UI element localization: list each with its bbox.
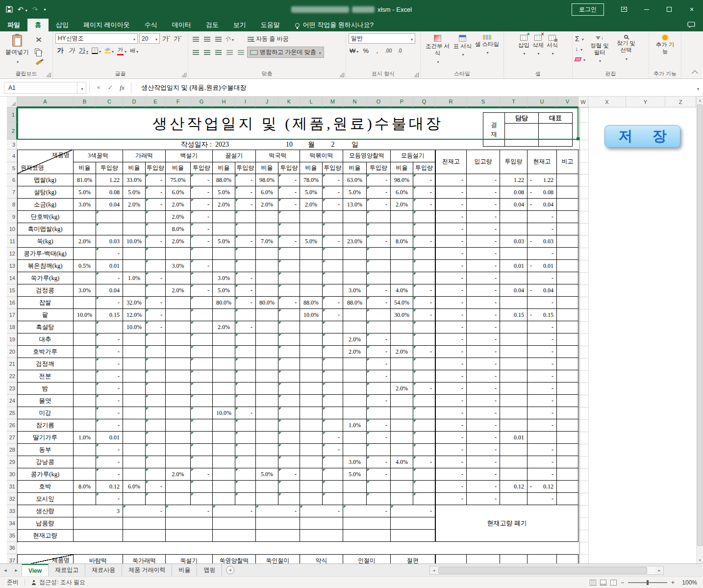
- cell-ratio[interactable]: [74, 468, 96, 481]
- cell-ratio[interactable]: 6.0%: [123, 481, 146, 493]
- column-header-E[interactable]: E: [146, 97, 166, 107]
- cell-ratio[interactable]: 2.0%: [166, 235, 191, 248]
- row-header-18[interactable]: 18: [7, 321, 17, 333]
- cell-ratio[interactable]: [74, 297, 96, 309]
- row-header-2[interactable]: 2: [7, 122, 17, 140]
- cell-amount[interactable]: [278, 456, 300, 468]
- cell-amount[interactable]: [235, 419, 256, 432]
- cell-amount[interactable]: [235, 468, 256, 481]
- cell-amount[interactable]: [413, 248, 435, 260]
- row-header-16[interactable]: 16: [7, 297, 17, 309]
- cell-ratio[interactable]: [391, 358, 413, 370]
- borders-button[interactable]: [91, 46, 102, 55]
- cell-total-value[interactable]: [166, 517, 213, 530]
- sheet-tab-비율[interactable]: 비율: [172, 564, 197, 576]
- cell-ratio[interactable]: [343, 383, 367, 395]
- cell-input-total[interactable]: [500, 493, 527, 505]
- delete-cells-button[interactable]: 삭제: [532, 33, 544, 70]
- approval-sign-cell[interactable]: [539, 124, 572, 146]
- cell-ratio[interactable]: [300, 284, 323, 297]
- cell-ratio[interactable]: [166, 493, 191, 505]
- cell-product-모듬영양찰떡[interactable]: 모듬영양찰떡: [343, 150, 391, 162]
- cell-current-stock[interactable]: -: [527, 383, 557, 395]
- cell-amount[interactable]: [191, 272, 213, 284]
- ribbon-tab-보기[interactable]: 보기: [226, 19, 253, 31]
- align-left-icon[interactable]: [191, 48, 201, 57]
- cell-amount[interactable]: [323, 468, 343, 481]
- cell-total-value[interactable]: [391, 517, 435, 530]
- cell-amount[interactable]: [278, 223, 300, 235]
- close-button[interactable]: ×: [680, 0, 703, 19]
- cell-ratio[interactable]: [343, 260, 367, 272]
- cell-amount[interactable]: -: [367, 370, 391, 383]
- comma-style-button[interactable]: ,: [372, 46, 382, 55]
- cell-subheader-input[interactable]: 투입량: [278, 162, 300, 174]
- cell-input-total[interactable]: [500, 223, 527, 235]
- cell-ratio[interactable]: [166, 395, 191, 407]
- zoom-slider[interactable]: [628, 582, 667, 583]
- column-header-H[interactable]: H: [213, 97, 235, 107]
- cell-date-day-unit[interactable]: 일: [343, 140, 367, 150]
- cell-current-stock[interactable]: -0.08: [527, 186, 557, 199]
- cell-amount[interactable]: 0.08: [96, 186, 123, 199]
- row-header-28[interactable]: 28: [7, 444, 17, 456]
- cell-ratio[interactable]: [213, 444, 235, 456]
- cell-ratio[interactable]: [300, 211, 323, 223]
- cell-input-total[interactable]: [500, 383, 527, 395]
- cell-ratio[interactable]: [74, 395, 96, 407]
- sheet-tab-제품 거래이력[interactable]: 제품 거래이력: [122, 564, 172, 576]
- cell-ratio[interactable]: [213, 370, 235, 383]
- cell-amount[interactable]: [191, 432, 213, 444]
- font-size-select[interactable]: 20: [139, 33, 160, 44]
- column-header-Y[interactable]: Y: [626, 97, 665, 107]
- cell-amount[interactable]: [278, 309, 300, 321]
- cell-remark[interactable]: [557, 468, 578, 481]
- cell-remark[interactable]: [557, 260, 578, 272]
- cell-current-stock[interactable]: -0.04: [527, 284, 557, 297]
- cell-remark[interactable]: [557, 321, 578, 333]
- cell-ratio[interactable]: [166, 248, 191, 260]
- cell-ratio[interactable]: 1.0%: [123, 272, 146, 284]
- row-header-12[interactable]: 12: [7, 248, 17, 260]
- cell-current-stock[interactable]: -: [527, 346, 557, 358]
- cell-amount[interactable]: [367, 493, 391, 505]
- column-header-Q[interactable]: Q: [413, 97, 435, 107]
- cell-product-모듬설기[interactable]: 모듬설기: [391, 150, 435, 162]
- cell-incoming[interactable]: -: [467, 186, 500, 199]
- cell-ratio[interactable]: 6.0%: [166, 186, 191, 199]
- cell-ratio[interactable]: 5.0%: [256, 468, 278, 481]
- cell-amount[interactable]: -: [235, 174, 256, 186]
- cell-ratio[interactable]: 5.0%: [343, 186, 367, 199]
- cell-ratio[interactable]: [166, 481, 191, 493]
- ribbon-tab-데이터[interactable]: 데이터: [165, 19, 199, 31]
- cell-amount[interactable]: [146, 346, 166, 358]
- cell-prev-stock[interactable]: -: [435, 248, 467, 260]
- cell-amount[interactable]: -: [367, 358, 391, 370]
- cell-amount[interactable]: -: [146, 297, 166, 309]
- page-layout-view-icon[interactable]: [600, 580, 606, 586]
- cell-amount[interactable]: [278, 493, 300, 505]
- cell-remark[interactable]: [557, 407, 578, 419]
- cell-input-total[interactable]: 0.03: [500, 235, 527, 248]
- cell-incoming[interactable]: -: [467, 309, 500, 321]
- cell-material-name[interactable]: 검정깨: [17, 358, 74, 370]
- cell-ratio[interactable]: 3.0%: [166, 260, 191, 272]
- accounting-format-button[interactable]: ₩: [349, 46, 359, 55]
- cell-amount[interactable]: -: [96, 456, 123, 468]
- cell-prev-stock[interactable]: -: [435, 272, 467, 284]
- cell-prev-stock[interactable]: -: [435, 370, 467, 383]
- collapse-ribbon-icon[interactable]: [692, 70, 698, 77]
- cell-total-value[interactable]: -: [343, 505, 391, 517]
- cell-stockheader-투입량[interactable]: 투입량: [500, 150, 527, 174]
- scroll-up-icon[interactable]: ▴: [697, 97, 703, 103]
- cell-remark[interactable]: [557, 395, 578, 407]
- cell-remark[interactable]: [557, 383, 578, 395]
- cell-amount[interactable]: [235, 481, 256, 493]
- column-header-P[interactable]: P: [391, 97, 413, 107]
- cell-ratio[interactable]: [74, 407, 96, 419]
- cell-amount[interactable]: -: [323, 309, 343, 321]
- cell-input-total[interactable]: [500, 407, 527, 419]
- cell-ratio[interactable]: 2.0%: [166, 199, 191, 211]
- cell-current-stock[interactable]: -: [527, 211, 557, 223]
- cell-ratio[interactable]: [123, 407, 146, 419]
